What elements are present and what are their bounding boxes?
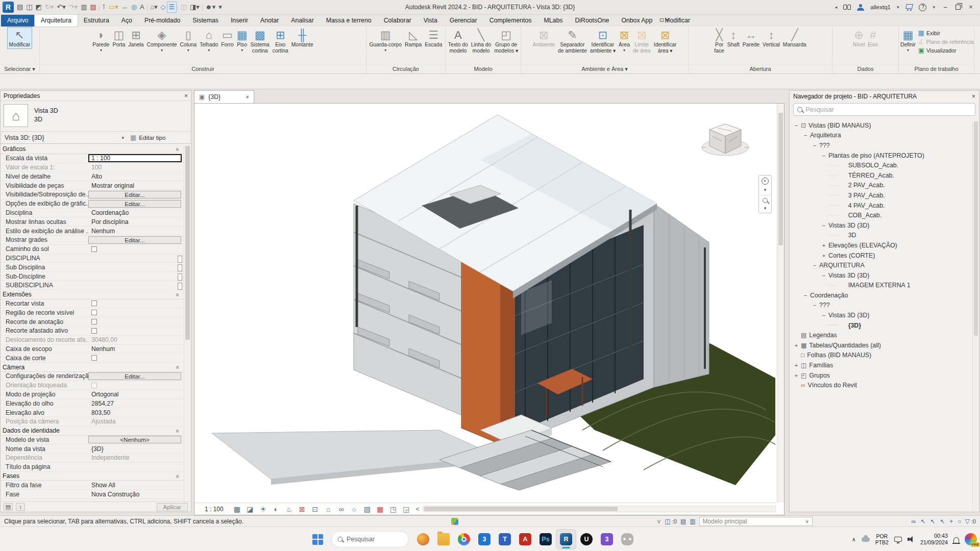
unreal-engine-icon[interactable]: U	[576, 529, 597, 549]
detail-level-icon[interactable]: ▩	[231, 505, 244, 513]
panel-label-selecionar[interactable]: Selecionar ▾	[0, 64, 39, 73]
tree-item-3-pav[interactable]: 3 PAV_Acab.	[791, 190, 972, 201]
game-controller-icon[interactable]	[617, 529, 638, 549]
tree-item-arquitetura[interactable]: − Arquitetura	[791, 131, 972, 141]
help-menu-chevron-icon[interactable]: ▾	[933, 5, 935, 10]
print-icon[interactable]: ▥	[79, 2, 88, 12]
reveal-hidden-elements-icon[interactable]: ☼	[348, 505, 361, 513]
vertical-scrollbar[interactable]	[777, 104, 784, 503]
horizontal-scrollbar[interactable]	[423, 506, 776, 512]
background-processes-icon[interactable]: ○	[958, 518, 961, 525]
tab-aco[interactable]: Aço	[115, 15, 138, 27]
visual-style-icon[interactable]: ◪	[243, 505, 257, 513]
project-browser-close-icon[interactable]: ×	[972, 93, 975, 100]
janela-button[interactable]: ⊞ Janela	[127, 28, 145, 48]
eixo-cortina-button[interactable]: ⊞ Eixo cortina	[271, 28, 290, 54]
locked-3d-view-icon[interactable]: ⌂	[322, 505, 335, 513]
properties-close-icon[interactable]: ×	[184, 92, 188, 99]
windows-start-button[interactable]	[312, 534, 323, 545]
render-icon[interactable]: ♨	[283, 505, 296, 513]
tree-item-3d[interactable]: 3D	[791, 231, 972, 241]
tree-item-vistas-3d-3[interactable]: − Vistas 3D (3D)	[791, 310, 972, 320]
zoom-chevron-icon[interactable]: ▾	[764, 206, 767, 211]
photoshop-icon[interactable]: Ps	[535, 529, 556, 549]
tab-anotar[interactable]: Anotar	[254, 15, 285, 27]
tree-item-legendas[interactable]: ▤ Legendas	[791, 330, 972, 340]
undo-icon[interactable]: ↶▾	[55, 2, 67, 12]
checkbox[interactable]	[91, 328, 97, 334]
sun-path-icon[interactable]: ☀	[257, 505, 270, 513]
plano-de-referencia-button[interactable]: ∠ Plano de referência	[918, 38, 974, 45]
redo-icon[interactable]: ↷▾	[67, 2, 79, 12]
identificar-area-button[interactable]: ⊠ Identificar área ▾	[652, 28, 678, 54]
tree-item-cortes[interactable]: + Cortes (CORTE)	[791, 251, 972, 261]
escada-button[interactable]: ☰ Escada	[423, 28, 444, 48]
componente-button[interactable]: ◈ Componente ▾	[145, 28, 179, 53]
save-icon[interactable]: ◩	[34, 2, 43, 12]
tab-mlabs[interactable]: MLabs	[537, 15, 569, 27]
identificar-ambiente-button[interactable]: ⊡ Identificar ambiente ▾	[589, 28, 617, 54]
select-underlay-elements-toggle[interactable]: ↖	[920, 518, 925, 525]
collapse-toolbar-icon[interactable]: <	[416, 506, 420, 513]
tree-item-interrogacao-1[interactable]: − ???	[791, 140, 972, 151]
tree-item-cob[interactable]: COB_Acab.	[791, 210, 972, 220]
blue-3-app-icon[interactable]: 3	[474, 529, 495, 549]
properties-icon[interactable]: ▤	[15, 2, 24, 12]
drag-elements-on-selection-toggle[interactable]: +	[949, 518, 953, 525]
view-tab-3d[interactable]: ▣ {3D} ×	[194, 90, 254, 103]
edit-button[interactable]: Editar...	[88, 200, 181, 208]
selection-filter-icon[interactable]: ▽	[965, 518, 970, 525]
checkbox[interactable]	[91, 246, 97, 252]
copilot-icon[interactable]: PRE	[965, 533, 977, 545]
hidden-icons-chevron-icon[interactable]: ∧	[852, 536, 856, 543]
edit-button[interactable]: <Nenhum>	[88, 436, 181, 443]
user-menu-chevron-icon[interactable]: ▾	[897, 5, 899, 10]
building-model[interactable]	[194, 104, 777, 490]
eixo-button[interactable]: # Eixo	[866, 28, 879, 48]
telhado-button[interactable]: ⌂ Telhado ▾	[198, 28, 219, 53]
tree-item-interrogacao-2[interactable]: − ???	[791, 300, 972, 311]
tab-onbox-app[interactable]: Onbox App	[615, 15, 658, 27]
edit-button[interactable]: Editar...	[88, 191, 181, 198]
view-tab-close-icon[interactable]: ×	[246, 94, 249, 100]
help-icon[interactable]	[919, 4, 926, 11]
speaker-icon[interactable]	[908, 536, 915, 542]
edit-button[interactable]: Editar...	[88, 372, 181, 380]
porta-button[interactable]: ◫ Porta	[111, 28, 127, 48]
close-button[interactable]: ×	[967, 4, 975, 11]
workset-chevron-icon[interactable]: ∨	[657, 518, 662, 525]
search-input[interactable]	[806, 106, 971, 113]
sort-icon[interactable]: ↕	[16, 503, 25, 511]
tree-item-coordenacao[interactable]: − Coordenação	[791, 290, 972, 300]
language-indicator[interactable]: POR PTB2	[875, 533, 889, 545]
grupo-de-modelos-button[interactable]: ◰ Grupo de modelos ▾	[493, 28, 520, 54]
temporary-view-properties-icon[interactable]: ▧	[361, 505, 374, 513]
tree-item-tabelas-quantidades[interactable]: + ▦ Tabelas/Quantidades (all)	[791, 340, 972, 350]
editable-only-icon[interactable]: ◫	[665, 518, 670, 525]
tree-item-elevacoes[interactable]: + Elevações (ELEVAÇÃO)	[791, 240, 972, 251]
select-pinned-elements-toggle[interactable]: ↖	[930, 518, 935, 525]
worksharing-status-icon[interactable]	[451, 518, 458, 525]
vertical-button[interactable]: ↕ Vertical	[761, 28, 781, 48]
tree-item-folhas[interactable]: □ Folhas (BID MANAUS)	[791, 350, 972, 361]
tree-item-imagem-externa-1[interactable]: IMAGEM EXTERNA 1	[791, 281, 972, 291]
texto-do-modelo-button[interactable]: A Texto do modelo	[447, 28, 470, 54]
browser-scrollbar[interactable]	[972, 120, 979, 511]
measure-pin-icon[interactable]: ⊺	[101, 2, 107, 12]
model-canvas[interactable]: ▾ ▾ 1 : 100 ▩◪☀◐♨⊠⊡⌂∞☼▧▦◳◲ <	[194, 103, 785, 515]
select-links-toggle[interactable]: ∞	[912, 518, 916, 525]
tree-item-vistas-3d-2[interactable]: − Vistas 3D (3D)	[791, 270, 972, 281]
checkbox[interactable]	[91, 383, 97, 388]
revit-icon[interactable]: R	[556, 529, 576, 549]
tree-item-4-pav[interactable]: 4 PAV_Acab.	[791, 201, 972, 211]
thin-lines-icon[interactable]: ☰	[167, 2, 177, 12]
blue-app-icon[interactable]: T	[495, 529, 515, 549]
user-face-icon[interactable]: ☻▾	[204, 2, 217, 12]
customize-qat-icon[interactable]: ▾	[217, 2, 224, 12]
properties-list-icon[interactable]: ▤	[4, 503, 13, 511]
type-selector[interactable]: Vista 3D: {3D} ▾	[1, 134, 127, 141]
viewcube[interactable]	[697, 116, 753, 167]
design-option-dropdown[interactable]: Modelo principal ∨	[699, 517, 813, 526]
chrome-icon[interactable]	[454, 529, 474, 549]
rampa-button[interactable]: ◺ Rampa	[403, 28, 423, 48]
